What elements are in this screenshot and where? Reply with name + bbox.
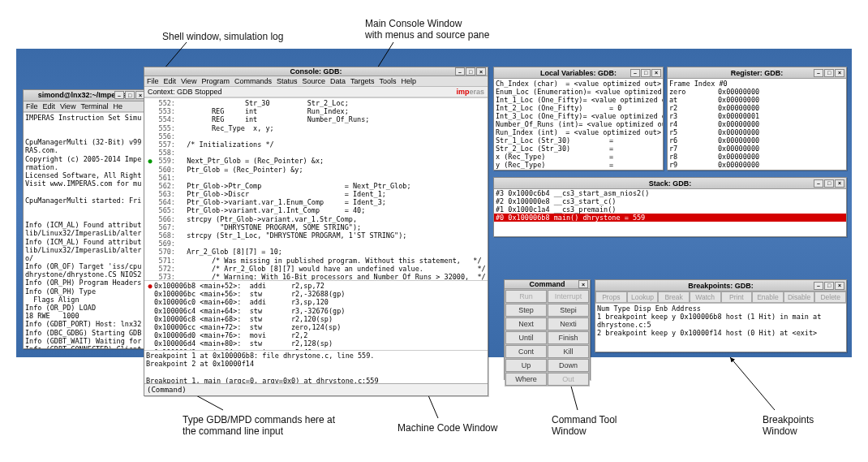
menu-item[interactable]: Program: [201, 77, 230, 85]
bp-tool-disable[interactable]: Disable: [784, 291, 815, 303]
registers-table[interactable]: Frame Index #0zero0x00000000at0x00000000…: [668, 79, 846, 170]
local-var-row[interactable]: Int_3_Loc (One_Fifty)= <value optimized …: [496, 112, 661, 120]
source-line[interactable]: 553: REG int Run_Index;: [146, 107, 486, 115]
asm-line[interactable]: 0x100006c8 <main+68>: stw r2,120(sp): [146, 315, 486, 323]
menu-item[interactable]: Tools: [380, 77, 397, 85]
close-icon[interactable]: ×: [476, 67, 486, 76]
cmd-nexti-button[interactable]: Nexti: [548, 317, 589, 330]
local-var-row[interactable]: Run_Index (int)= <value optimized out>: [496, 128, 661, 136]
shell-menubar[interactable]: FileEditViewTerminalHe: [24, 101, 147, 112]
source-line[interactable]: 552: Str_30 Str_2_Loc;: [146, 99, 486, 107]
maximize-icon[interactable]: □: [824, 179, 834, 188]
register-row[interactable]: r90x00000000: [669, 161, 844, 169]
register-row[interactable]: r30x00000001: [669, 112, 844, 120]
close-icon[interactable]: ×: [835, 179, 844, 188]
source-line[interactable]: ●559: Next_Ptr_Glob = (Rec_Pointer) &x;: [146, 157, 486, 165]
minimize-icon[interactable]: –: [814, 69, 823, 77]
register-row[interactable]: r60x00000000: [669, 136, 844, 145]
minimize-icon[interactable]: –: [814, 179, 823, 188]
source-line[interactable]: 560: Ptr_Glob = (Rec_Pointer) &y;: [146, 166, 486, 174]
maximize-icon[interactable]: □: [466, 67, 475, 76]
minimize-icon[interactable]: –: [455, 67, 465, 76]
breakpoints-titlebar[interactable]: Breakpoints: GDB: –□×: [595, 280, 846, 291]
source-line[interactable]: 561:: [146, 174, 486, 182]
cmd-where-button[interactable]: Where: [505, 373, 547, 386]
bp-tool-delete[interactable]: Delete: [814, 291, 846, 303]
close-icon[interactable]: ×: [651, 69, 661, 77]
asm-line[interactable]: 0x100006cc <main+72>: stw zero,124(sp): [146, 323, 486, 331]
local-var-row[interactable]: Int_1_Loc (One_Fifty)= <value optimized …: [496, 96, 661, 104]
register-row[interactable]: zero0x00000000: [669, 88, 844, 96]
close-icon[interactable]: ×: [578, 280, 588, 288]
close-icon[interactable]: ×: [835, 69, 844, 77]
asm-line[interactable]: 0x100006c0 <main+60>: addi r3,sp,120: [146, 298, 486, 306]
menu-item[interactable]: File: [26, 102, 38, 110]
source-line[interactable]: 571: /* Was missing in published program…: [146, 257, 486, 265]
register-row[interactable]: r40x00000000: [669, 120, 844, 128]
menu-item[interactable]: Targets: [350, 77, 375, 85]
local-var-row[interactable]: Number_Of_Runs (int)= <value optimized o…: [496, 120, 661, 128]
source-line[interactable]: 557: /* Initializations */: [146, 140, 486, 149]
stack-frame[interactable]: #3 0x1000c6b4 __cs3_start_asm_nios2(): [494, 189, 846, 197]
register-row[interactable]: r50x00000000: [669, 128, 844, 136]
console-menubar[interactable]: FileEditViewProgramCommandsStatusSourceD…: [144, 76, 488, 87]
cmd-finish-button[interactable]: Finish: [548, 331, 589, 344]
menu-item[interactable]: Source: [302, 77, 325, 85]
maximize-icon[interactable]: □: [824, 282, 834, 290]
menu-item[interactable]: Edit: [43, 102, 56, 110]
local-var-row[interactable]: Enum_Loc (Enumeration)= <value optimized…: [496, 88, 661, 96]
source-line[interactable]: 554: REG int Number_Of_Runs;: [146, 115, 486, 123]
source-line[interactable]: 562: Ptr_Glob->Ptr_Comp = Next_Ptr_Glob;: [146, 182, 486, 190]
cmd-until-button[interactable]: Until: [505, 331, 547, 344]
asm-line[interactable]: 0x100006d0 <main+76>: movi r2,2: [146, 331, 486, 339]
source-pane[interactable]: 552: Str_30 Str_2_Loc; 553: REG int Run_…: [144, 97, 488, 280]
bp-tool-print[interactable]: Print: [721, 291, 753, 303]
menu-item[interactable]: View: [60, 102, 75, 110]
cmd-up-button[interactable]: Up: [505, 359, 547, 372]
local-var-row[interactable]: y (Rec_Type)=: [496, 161, 661, 169]
close-icon[interactable]: ×: [835, 282, 844, 290]
source-line[interactable]: 572: /* Arr_2_Glob [8][7] would have an …: [146, 265, 486, 273]
source-line[interactable]: 573: /* Warning: With 16-Bit processors …: [146, 273, 486, 280]
source-line[interactable]: 556:: [146, 132, 486, 140]
source-line[interactable]: 555: Rec_Type x, y;: [146, 124, 486, 132]
local-var-row[interactable]: Str_2_Loc (Str_30)=: [496, 145, 661, 153]
bp-tool-props[interactable]: Props: [595, 291, 627, 303]
menu-item[interactable]: He: [113, 102, 122, 110]
source-line[interactable]: 564: Ptr_Glob->variant.var_1.Enum_Comp =…: [146, 198, 486, 206]
stack-frame[interactable]: #0 0x100006b8 main() dhrystone = 559: [494, 214, 846, 222]
asm-line[interactable]: ●0x100006b8 <main+52>: addi r2,sp,72: [146, 282, 486, 290]
menu-item[interactable]: Commands: [234, 77, 272, 85]
command-input[interactable]: (Command): [144, 383, 488, 395]
cmd-cont-button[interactable]: Cont: [505, 345, 547, 358]
source-line[interactable]: 558:: [146, 149, 486, 157]
local-var-row[interactable]: Ch_Index (char)= <value optimized out>: [496, 80, 661, 88]
asm-line[interactable]: 0x100006d4 <main+80>: stw r2,128(sp): [146, 339, 486, 348]
bp-tool-enable[interactable]: Enable: [752, 291, 784, 303]
source-line[interactable]: 570: Arr_2_Glob [8][7] = 10;: [146, 248, 486, 256]
cmd-stepi-button[interactable]: Stepi: [548, 304, 589, 317]
register-row[interactable]: at0x00000000: [669, 96, 844, 104]
menu-item[interactable]: Status: [277, 77, 298, 85]
stack-list[interactable]: #3 0x1000c6b4 __cs3_start_asm_nios2()#2 …: [494, 189, 846, 236]
stack-titlebar[interactable]: Stack: GDB: –□×: [494, 178, 846, 189]
cmd-kill-button[interactable]: Kill: [548, 345, 589, 358]
menu-item[interactable]: Edit: [164, 77, 177, 85]
maximize-icon[interactable]: □: [824, 69, 834, 77]
command-titlebar[interactable]: Command ×: [505, 280, 590, 289]
stack-frame[interactable]: #2 0x100000e8 __cs3_start_c(): [494, 197, 846, 205]
cmd-next-button[interactable]: Next: [505, 317, 547, 330]
locals-table[interactable]: Ch_Index (char)= <value optimized out>En…: [494, 79, 663, 170]
breakpoint-row[interactable]: 2 breakpoint keep y 0x10000f14 host (0 H…: [597, 329, 844, 337]
bp-tool-break[interactable]: Break: [658, 291, 690, 303]
menu-item[interactable]: Help: [402, 77, 417, 85]
disassembly-pane[interactable]: ●0x100006b8 <main+52>: addi r2,sp,72 0x1…: [144, 280, 488, 350]
minimize-icon[interactable]: –: [114, 91, 124, 99]
register-row[interactable]: r100x0000001f: [669, 169, 844, 170]
menu-item[interactable]: Terminal: [80, 102, 108, 110]
asm-line[interactable]: 0x100006bc <main+56>: stw r2,-32688(gp): [146, 290, 486, 298]
stack-frame[interactable]: #1 0x1000c1a4 __cs3_premain(): [494, 205, 846, 214]
maximize-icon[interactable]: □: [641, 69, 651, 77]
local-var-row[interactable]: Str_1_Loc (Str_30)=: [496, 136, 661, 145]
menu-item[interactable]: File: [147, 77, 159, 85]
